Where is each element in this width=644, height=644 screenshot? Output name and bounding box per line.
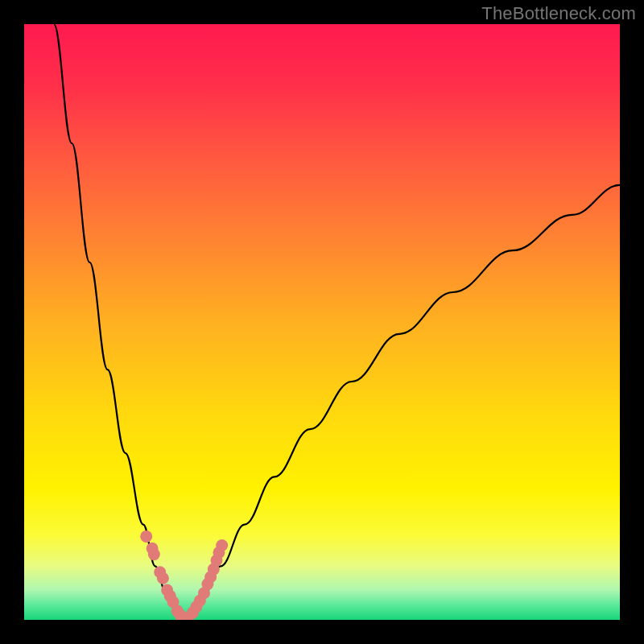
- chart-background-gradient: [24, 24, 620, 620]
- svg-rect-0: [24, 24, 620, 620]
- chart-frame: [24, 24, 620, 620]
- watermark-text: TheBottleneck.com: [481, 3, 636, 24]
